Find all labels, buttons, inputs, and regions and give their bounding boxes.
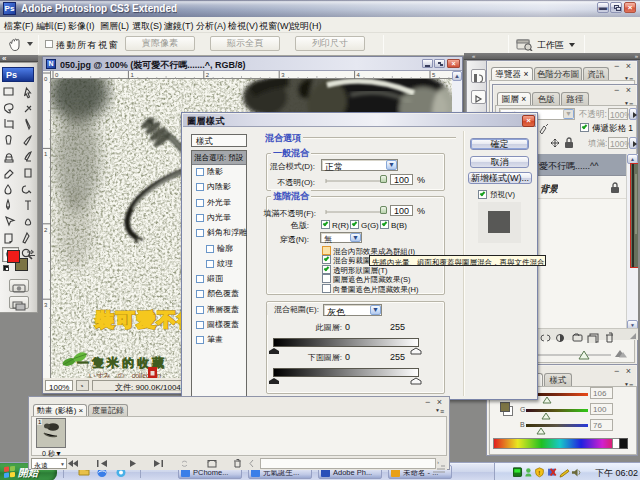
svg-text:1: 1: [44, 151, 48, 157]
svg-text:1: 1: [130, 72, 134, 78]
svg-text:3: 3: [281, 72, 285, 78]
svg-text:2: 2: [44, 227, 48, 233]
svg-text:0: 0: [44, 76, 48, 82]
svg-text:!: !: [538, 470, 540, 476]
svg-text:5: 5: [432, 72, 436, 78]
svg-text:4: 4: [357, 72, 361, 78]
svg-text:3: 3: [44, 302, 48, 308]
svg-text:0: 0: [55, 72, 59, 78]
svg-text:2: 2: [206, 72, 210, 78]
